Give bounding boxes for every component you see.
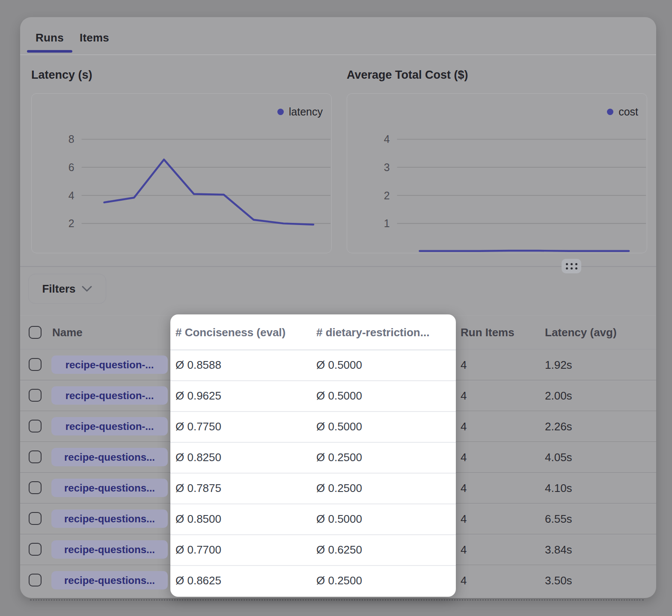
run-name-pill[interactable]: recipe-questions... [51, 448, 168, 466]
conciseness-score-cell: Ø 0.7875 [175, 481, 221, 495]
run-items-cell: 4 [461, 420, 467, 433]
column-header-dietary-restriction: # dietary-restriction... [316, 326, 429, 339]
run-items-cell: 4 [461, 389, 467, 402]
latency-avg-cell: 2.00s [545, 389, 572, 402]
spotlight-row-divider [170, 349, 456, 350]
grip-dots-icon [566, 263, 577, 270]
column-header-name: Name [52, 326, 83, 339]
row-checkbox[interactable] [29, 512, 42, 525]
cost-legend-label: cost [618, 106, 638, 118]
latency-chart: 2468 latency [31, 93, 332, 253]
svg-text:6: 6 [68, 161, 74, 173]
run-name-pill[interactable]: recipe-question-... [51, 355, 168, 374]
dietary-restriction-score-cell: Ø 0.2500 [316, 574, 362, 587]
conciseness-score-cell: Ø 0.9625 [175, 389, 221, 402]
conciseness-score-cell: Ø 0.8588 [175, 358, 221, 371]
runs-panel: Runs Items Latency (s) 2468 latency Aver… [20, 17, 656, 598]
dietary-restriction-score-cell: Ø 0.2500 [316, 450, 362, 464]
dietary-restriction-score-cell: Ø 0.2500 [316, 481, 362, 495]
svg-text:3: 3 [384, 161, 390, 173]
dietary-restriction-score-cell: Ø 0.6250 [316, 543, 362, 556]
tab-runs[interactable]: Runs [36, 31, 64, 44]
spotlight-row-divider [170, 442, 456, 443]
run-name-pill[interactable]: recipe-questions... [51, 571, 168, 589]
latency-legend-dot-icon [277, 109, 284, 115]
filters-button-label: Filters [42, 282, 75, 296]
conciseness-score-cell: Ø 0.8250 [175, 450, 221, 464]
run-items-cell: 4 [461, 481, 467, 495]
dotted-scroll-track [30, 599, 644, 601]
svg-text:4: 4 [68, 190, 74, 201]
run-items-cell: 4 [461, 450, 467, 464]
cost-legend-dot-icon [607, 109, 613, 115]
svg-text:1: 1 [384, 217, 390, 229]
run-name-pill[interactable]: recipe-questions... [51, 540, 168, 559]
dietary-restriction-score-cell: Ø 0.5000 [316, 358, 362, 371]
row-checkbox[interactable] [29, 543, 42, 556]
latency-avg-cell: 2.26s [545, 420, 572, 433]
run-name-pill[interactable]: recipe-question-... [51, 417, 168, 435]
chevron-down-icon [81, 285, 92, 292]
conciseness-score-cell: Ø 0.7750 [175, 420, 221, 433]
latency-chart-title: Latency (s) [31, 68, 92, 82]
run-items-cell: 4 [461, 512, 467, 525]
run-items-cell: 4 [461, 543, 467, 556]
latency-avg-cell: 3.84s [545, 543, 572, 556]
run-name-pill[interactable]: recipe-question-... [51, 386, 168, 405]
dietary-restriction-score-cell: Ø 0.5000 [316, 420, 362, 433]
row-checkbox[interactable] [29, 481, 42, 494]
latency-legend-label: latency [289, 106, 323, 118]
latency-avg-cell: 3.50s [545, 574, 572, 587]
latency-avg-cell: 4.10s [545, 481, 572, 495]
select-all-checkbox[interactable] [29, 326, 42, 339]
tab-items[interactable]: Items [80, 31, 109, 44]
column-header-conciseness: # Conciseness (eval) [175, 326, 285, 339]
conciseness-score-cell: Ø 0.8500 [175, 512, 221, 525]
svg-text:8: 8 [68, 133, 74, 145]
svg-text:2: 2 [68, 217, 74, 229]
column-header-latency-avg: Latency (avg) [545, 326, 617, 339]
row-checkbox[interactable] [29, 574, 42, 586]
tabs-divider [20, 54, 656, 55]
run-name-pill[interactable]: recipe-questions... [51, 479, 168, 497]
section-divider [20, 266, 656, 267]
spotlight-row-divider [170, 534, 456, 535]
spotlight-row-divider [170, 565, 456, 566]
spotlight-row-divider [170, 411, 456, 412]
cost-chart: 1234 cost [347, 93, 647, 253]
latency-avg-cell: 6.55s [545, 512, 572, 525]
runs-table: Name # Conciseness (eval) # dietary-rest… [20, 315, 656, 596]
spotlight-row-divider [170, 473, 456, 474]
dietary-restriction-score-cell: Ø 0.5000 [316, 389, 362, 402]
row-checkbox[interactable] [29, 420, 42, 432]
row-checkbox[interactable] [29, 450, 42, 463]
cost-legend: cost [607, 106, 638, 118]
latency-legend: latency [277, 106, 323, 118]
run-items-cell: 4 [461, 574, 467, 587]
active-tab-indicator [27, 50, 72, 53]
dietary-restriction-score-cell: Ø 0.5000 [316, 512, 362, 525]
svg-text:2: 2 [384, 190, 390, 201]
run-items-cell: 4 [461, 358, 467, 371]
resize-drag-handle[interactable] [562, 259, 581, 273]
run-name-pill[interactable]: recipe-questions... [51, 509, 168, 528]
column-header-run-items: Run Items [461, 326, 514, 339]
spotlight-row-divider [170, 380, 456, 381]
row-checkbox[interactable] [29, 389, 42, 402]
cost-chart-title: Average Total Cost ($) [347, 68, 468, 82]
conciseness-score-cell: Ø 0.8625 [175, 574, 221, 587]
conciseness-score-cell: Ø 0.7700 [175, 543, 221, 556]
latency-avg-cell: 1.92s [545, 358, 572, 371]
svg-text:4: 4 [384, 133, 390, 145]
row-checkbox[interactable] [29, 358, 42, 371]
cost-line-chart: 1234 [347, 94, 647, 253]
filters-button[interactable]: Filters [28, 274, 106, 304]
spotlight-row-divider [170, 503, 456, 504]
latency-avg-cell: 4.05s [545, 450, 572, 464]
